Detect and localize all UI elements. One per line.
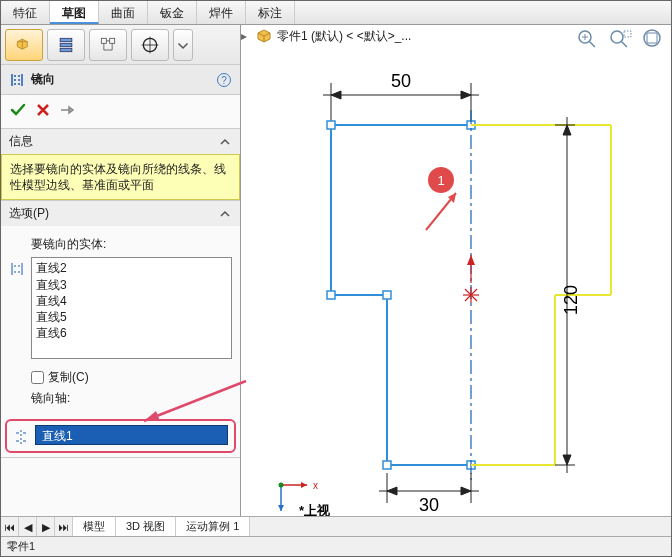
list-item[interactable]: 直线5 xyxy=(36,309,227,325)
svg-rect-24 xyxy=(383,461,391,469)
sketch-drawing: 50 xyxy=(241,25,671,525)
tab-model[interactable]: 模型 xyxy=(73,517,116,536)
tab-annotation[interactable]: 标注 xyxy=(246,1,295,24)
cancel-button[interactable] xyxy=(35,102,51,121)
tab-3dview[interactable]: 3D 视图 xyxy=(116,517,176,536)
property-manager: 镜向 ? 信息 选择要镜向的实体及镜向所绕的线条、线性模型边线、基准面或平面 选… xyxy=(1,25,241,525)
svg-rect-3 xyxy=(101,38,106,43)
axis-x-label: x xyxy=(313,480,318,491)
status-bar: 零件1 xyxy=(1,536,671,556)
tab-scroll-first-icon[interactable]: ⏮ xyxy=(1,517,19,537)
list-item[interactable]: 直线6 xyxy=(36,325,227,341)
entities-listbox[interactable]: 直线2 直线3 直线4 直线5 直线6 xyxy=(31,257,232,359)
status-part: 零件1 xyxy=(7,540,35,552)
svg-point-45 xyxy=(279,483,284,488)
tab-scroll-last-icon[interactable]: ⏭ xyxy=(55,517,73,537)
svg-text:?: ? xyxy=(221,75,227,86)
dim-right[interactable]: 120 xyxy=(561,285,581,315)
command-actions xyxy=(1,95,240,129)
overflow-icon[interactable] xyxy=(173,29,193,61)
copy-checkbox[interactable] xyxy=(31,371,44,384)
svg-rect-0 xyxy=(60,38,72,41)
configuration-manager-icon[interactable] xyxy=(89,29,127,61)
dim-bottom[interactable]: 30 xyxy=(419,495,439,515)
property-manager-icon[interactable] xyxy=(47,29,85,61)
svg-rect-23 xyxy=(383,291,391,299)
svg-rect-2 xyxy=(60,48,72,51)
axis-highlight-annotation: 直线1 xyxy=(5,419,236,453)
tab-sheetmetal[interactable]: 钣金 xyxy=(148,1,197,24)
chevron-up-icon xyxy=(218,135,232,149)
chevron-up-icon xyxy=(218,207,232,221)
svg-rect-22 xyxy=(327,291,335,299)
graphics-area[interactable]: ▸ 零件1 (默认) < <默认>_... 50 xyxy=(241,25,671,525)
entities-label: 要镜向的实体: xyxy=(31,236,232,253)
axis-label: 镜向轴: xyxy=(31,390,232,407)
bottom-tabs: ⏮ ◀ ▶ ⏭ 模型 3D 视图 运动算例 1 xyxy=(1,516,671,536)
options-section: 选项(P) 要镜向的实体: 直线2 直线3 直线4 直线5 直线6 xyxy=(1,201,240,458)
dim-top[interactable]: 50 xyxy=(391,71,411,91)
svg-rect-4 xyxy=(110,38,115,43)
info-header[interactable]: 信息 xyxy=(1,129,240,154)
tab-motion[interactable]: 运动算例 1 xyxy=(176,517,250,536)
tab-sketch[interactable]: 草图 xyxy=(50,1,99,24)
tab-feature[interactable]: 特征 xyxy=(1,1,50,24)
annotation-marker: 1 xyxy=(437,173,444,188)
list-item[interactable]: 直线3 xyxy=(36,277,227,293)
mirror-axis-icon xyxy=(13,429,29,445)
help-icon[interactable]: ? xyxy=(216,72,232,88)
svg-rect-20 xyxy=(327,121,335,129)
mirror-icon xyxy=(9,72,25,88)
feature-manager-icon[interactable] xyxy=(5,29,43,61)
options-header[interactable]: 选项(P) xyxy=(1,201,240,226)
copy-label: 复制(C) xyxy=(48,369,89,386)
options-title: 选项(P) xyxy=(9,205,49,222)
dimxpert-manager-icon[interactable] xyxy=(131,29,169,61)
tab-weldment[interactable]: 焊件 xyxy=(197,1,246,24)
command-name: 镜向 xyxy=(31,71,55,88)
command-title-bar: 镜向 ? xyxy=(1,65,240,95)
info-title: 信息 xyxy=(9,133,33,150)
tab-scroll-prev-icon[interactable]: ◀ xyxy=(19,517,37,537)
list-item[interactable]: 直线4 xyxy=(36,293,227,309)
panel-toolbar xyxy=(1,25,240,65)
ok-button[interactable] xyxy=(9,101,27,122)
info-body: 选择要镜向的实体及镜向所绕的线条、线性模型边线、基准面或平面 xyxy=(1,154,240,200)
mirror-entity-icon xyxy=(9,261,25,277)
tab-scroll-next-icon[interactable]: ▶ xyxy=(37,517,55,537)
pushpin-icon[interactable] xyxy=(59,102,75,121)
info-section: 信息 选择要镜向的实体及镜向所绕的线条、线性模型边线、基准面或平面 xyxy=(1,129,240,201)
svg-rect-1 xyxy=(60,43,72,46)
tab-surface[interactable]: 曲面 xyxy=(99,1,148,24)
axis-input[interactable]: 直线1 xyxy=(35,425,228,445)
list-item[interactable]: 直线2 xyxy=(36,260,227,276)
command-manager-tabs: 特征 草图 曲面 钣金 焊件 标注 xyxy=(1,1,671,25)
